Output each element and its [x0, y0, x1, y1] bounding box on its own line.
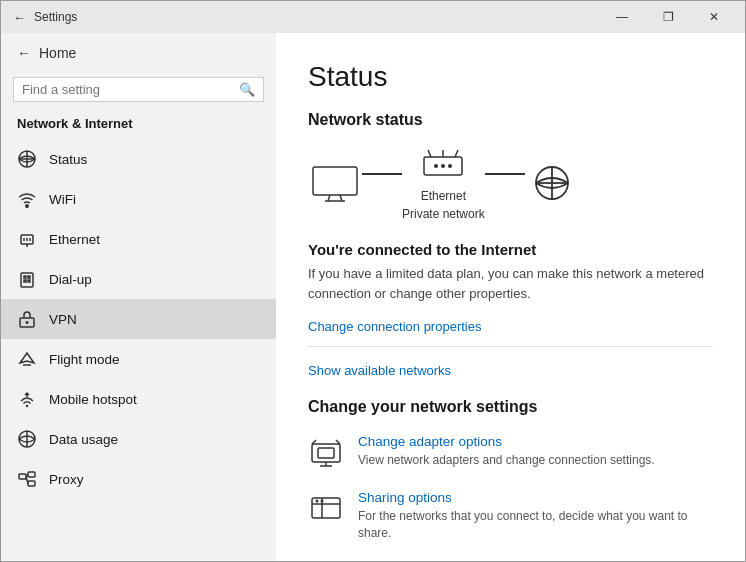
flight-icon: [17, 349, 37, 369]
svg-rect-10: [24, 276, 26, 278]
sidebar-item-vpn[interactable]: VPN: [1, 299, 276, 339]
svg-point-48: [316, 500, 319, 503]
home-label: Home: [39, 45, 76, 61]
adapter-text: Change adapter options View network adap…: [358, 434, 655, 469]
sidebar-item-ethernet[interactable]: Ethernet: [1, 219, 276, 259]
sidebar-item-wifi[interactable]: WiFi: [1, 179, 276, 219]
network-diagram: Ethernet Private network: [308, 145, 713, 221]
svg-rect-21: [28, 472, 35, 477]
network-status-title: Network status: [308, 111, 713, 129]
page-title: Status: [308, 61, 713, 93]
sharing-options-item: Sharing options For the networks that yo…: [308, 490, 713, 542]
sidebar-item-datausage[interactable]: Data usage: [1, 419, 276, 459]
svg-rect-12: [24, 280, 26, 282]
private-label: Private network: [402, 207, 485, 221]
line1: [362, 173, 402, 175]
vpn-icon: [17, 309, 37, 329]
search-box[interactable]: 🔍: [13, 77, 264, 102]
sidebar-item-label-status: Status: [49, 152, 87, 167]
svg-point-49: [321, 500, 324, 503]
sidebar-item-label-wifi: WiFi: [49, 192, 76, 207]
svg-rect-25: [313, 167, 357, 195]
main-content: Status Network status: [276, 33, 745, 561]
search-input[interactable]: [22, 82, 233, 97]
sidebar-item-label-ethernet: Ethernet: [49, 232, 100, 247]
sidebar-item-label-vpn: VPN: [49, 312, 77, 327]
adapter-options-item: Change adapter options View network adap…: [308, 434, 713, 470]
back-icon: ←: [13, 10, 26, 25]
close-button[interactable]: ✕: [691, 1, 737, 33]
connected-desc: If you have a limited data plan, you can…: [308, 264, 713, 303]
svg-line-24: [26, 477, 28, 484]
dialup-icon: [17, 269, 37, 289]
titlebar: ← Settings — ❐ ✕: [1, 1, 745, 33]
restore-button[interactable]: ❐: [645, 1, 691, 33]
pc-icon: [308, 163, 362, 203]
svg-point-35: [448, 164, 452, 168]
connected-title: You're connected to the Internet: [308, 241, 713, 258]
sharing-desc: For the networks that you connect to, de…: [358, 508, 713, 542]
sharing-title[interactable]: Sharing options: [358, 490, 713, 505]
line2: [485, 173, 525, 175]
sidebar-item-flightmode[interactable]: Flight mode: [1, 339, 276, 379]
svg-rect-11: [28, 276, 30, 278]
svg-rect-22: [28, 481, 35, 486]
svg-rect-39: [312, 444, 340, 462]
search-icon: 🔍: [239, 82, 255, 97]
sidebar-item-proxy[interactable]: Proxy: [1, 459, 276, 499]
sidebar: ← Home 🔍 Network & Internet: [1, 33, 276, 561]
ethernet-icon: [17, 229, 37, 249]
svg-line-30: [428, 150, 431, 157]
show-networks-link[interactable]: Show available networks: [308, 363, 713, 378]
svg-rect-20: [19, 474, 26, 479]
svg-point-15: [26, 321, 29, 324]
back-arrow-icon: ←: [17, 45, 31, 61]
titlebar-left: ← Settings: [13, 10, 77, 25]
sharing-text: Sharing options For the networks that yo…: [358, 490, 713, 542]
sidebar-item-label-mobilehotspot: Mobile hotspot: [49, 392, 137, 407]
svg-rect-40: [318, 448, 334, 458]
sidebar-back-home[interactable]: ← Home: [1, 33, 276, 73]
window-title: Settings: [34, 10, 77, 24]
svg-point-3: [26, 205, 28, 207]
change-network-title: Change your network settings: [308, 398, 713, 416]
svg-rect-9: [21, 273, 33, 287]
sidebar-item-dialup[interactable]: Dial-up: [1, 259, 276, 299]
adapter-icon: [308, 434, 344, 470]
hotspot-icon: [17, 389, 37, 409]
svg-rect-13: [28, 280, 30, 282]
sidebar-item-label-dialup: Dial-up: [49, 272, 92, 287]
sidebar-category: Network & Internet: [1, 110, 276, 139]
svg-line-32: [455, 150, 458, 157]
router-icon-container: Ethernet Private network: [402, 145, 485, 221]
settings-window: ← Settings — ❐ ✕ ← Home 🔍 Network & Inte…: [0, 0, 746, 562]
content-area: ← Home 🔍 Network & Internet: [1, 33, 745, 561]
sidebar-item-mobilehotspot[interactable]: Mobile hotspot: [1, 379, 276, 419]
svg-line-27: [340, 195, 342, 201]
titlebar-controls: — ❐ ✕: [599, 1, 737, 33]
svg-point-34: [441, 164, 445, 168]
sidebar-item-label-datausage: Data usage: [49, 432, 118, 447]
status-icon: [17, 149, 37, 169]
sharing-icon: [308, 490, 344, 526]
minimize-button[interactable]: —: [599, 1, 645, 33]
adapter-desc: View network adapters and change connect…: [358, 452, 655, 469]
data-icon: [17, 429, 37, 449]
svg-point-17: [26, 405, 28, 407]
ethernet-label: Ethernet: [421, 189, 466, 203]
proxy-icon: [17, 469, 37, 489]
adapter-title[interactable]: Change adapter options: [358, 434, 655, 449]
sidebar-item-label-proxy: Proxy: [49, 472, 84, 487]
wifi-icon: [17, 189, 37, 209]
sidebar-item-label-flightmode: Flight mode: [49, 352, 120, 367]
svg-line-26: [328, 195, 330, 201]
divider1: [308, 346, 713, 347]
svg-point-33: [434, 164, 438, 168]
globe-icon: [525, 163, 579, 203]
change-connection-link[interactable]: Change connection properties: [308, 319, 713, 334]
sidebar-item-status[interactable]: Status: [1, 139, 276, 179]
